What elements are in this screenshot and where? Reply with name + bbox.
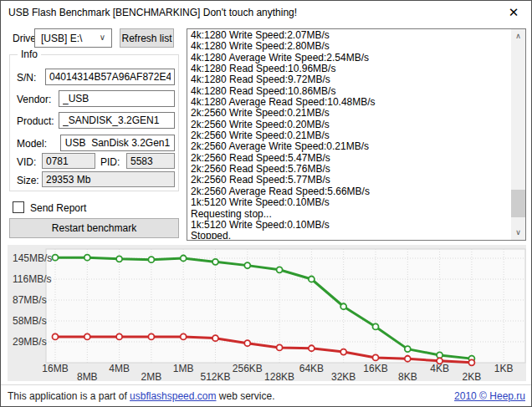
- benchmark-chart: 29MB/s58MB/s87MB/s116MB/s145MB/s16MB8MB4…: [8, 245, 526, 381]
- vendor-label: Vendor:: [17, 94, 51, 105]
- data-point: [181, 256, 187, 262]
- log-line: 2k:2560 Read Speed:5.77MB/s: [191, 175, 510, 186]
- log-scrollbar[interactable]: ∧ ∨: [511, 29, 525, 240]
- data-point: [116, 256, 122, 262]
- log-line: 4k:1280 Average Read Speed:10.48MB/s: [191, 97, 510, 108]
- x-axis-tick-label: 64KB: [299, 363, 324, 374]
- x-axis-tick-label: 16KB: [363, 363, 387, 374]
- log-line: 2k:2560 Write Speed:0.20MB/s: [191, 120, 510, 130]
- x-axis-tick-label: 4KB: [430, 363, 449, 374]
- data-point: [340, 303, 346, 309]
- data-point: [181, 333, 187, 339]
- x-axis-tick-label: 8KB: [398, 371, 417, 381]
- log-line: 1k:5120 Write Speed:0.10MB/s: [191, 220, 510, 231]
- status-bar: This application is a part of usbflashsp…: [1, 384, 531, 407]
- close-button[interactable]: ✕: [501, 2, 526, 23]
- log-line: 2k:2560 Average Write Speed:0.21MB/s: [191, 141, 510, 152]
- vid-field: [42, 153, 95, 169]
- data-point: [244, 262, 250, 268]
- vid-label: VID:: [17, 156, 36, 168]
- x-axis-tick-label: 1KB: [494, 363, 514, 374]
- data-point: [53, 333, 59, 339]
- pid-label: PID:: [100, 156, 120, 168]
- size-field: [42, 171, 175, 187]
- y-axis-tick-label: 145MB/s: [13, 252, 52, 264]
- log-line: 4k:1280 Write Speed:2.80MB/s: [191, 41, 510, 52]
- footer-text-prefix: This application is a part of: [8, 390, 130, 402]
- product-label: Product:: [17, 115, 54, 127]
- chevron-down-icon: ∨: [100, 33, 105, 42]
- info-group-title: Info: [18, 48, 41, 60]
- x-axis-tick-label: 256KB: [233, 363, 263, 374]
- scrollbar-thumb[interactable]: [511, 190, 525, 217]
- log-lines: 4k:1280 Write Speed:2.07MB/s4k:1280 Writ…: [191, 30, 510, 239]
- data-point: [405, 346, 411, 352]
- drive-select[interactable]: [USB] E:\ ∨: [34, 28, 112, 48]
- data-point: [212, 335, 218, 341]
- data-point: [277, 267, 283, 272]
- data-point: [340, 349, 346, 355]
- sn-field[interactable]: [45, 69, 175, 85]
- x-axis-tick-label: 1MB: [173, 363, 194, 374]
- model-label: Model:: [17, 138, 47, 150]
- log-line: 4k:1280 Average Write Speed:2.54MB/s: [191, 53, 510, 64]
- data-point: [373, 323, 379, 329]
- data-point: [405, 356, 411, 362]
- size-label: Size:: [17, 175, 39, 186]
- refresh-list-button[interactable]: Refresh list: [120, 28, 174, 48]
- data-point: [468, 359, 474, 365]
- copyright-link[interactable]: 2010 © Heep.ru: [454, 390, 525, 402]
- usbflashspeed-link[interactable]: usbflashspeed.com: [130, 390, 216, 402]
- log-line: 2k:2560 Write Speed:0.21MB/s: [191, 130, 510, 141]
- window-title: USB Flash Benchmark [BENCHMARKING] Don't…: [8, 7, 297, 18]
- sn-label: S/N:: [17, 72, 36, 84]
- y-axis-tick-label: 87MB/s: [13, 294, 47, 306]
- chart-svg: 29MB/s58MB/s87MB/s116MB/s145MB/s16MB8MB4…: [8, 245, 526, 381]
- data-point: [244, 340, 250, 346]
- data-point: [148, 333, 154, 339]
- x-axis-tick-label: 2KB: [463, 371, 482, 381]
- x-axis-tick-label: 4MB: [109, 363, 130, 374]
- scroll-down-icon[interactable]: ∨: [511, 226, 525, 240]
- x-axis-tick-label: 8MB: [77, 371, 98, 381]
- data-point: [373, 354, 379, 360]
- pid-field: [126, 153, 175, 169]
- title-bar: USB Flash Benchmark [BENCHMARKING] Don't…: [1, 1, 531, 24]
- log-line: 2k:2560 Write Speed:0.21MB/s: [191, 108, 510, 119]
- log-line: 4k:1280 Read Speed:9.72MB/s: [191, 74, 510, 85]
- benchmark-log[interactable]: 4k:1280 Write Speed:2.07MB/s4k:1280 Writ…: [187, 28, 526, 241]
- vendor-field[interactable]: [59, 90, 175, 107]
- log-line: Stopped.: [191, 231, 510, 239]
- scroll-up-icon[interactable]: ∧: [511, 29, 525, 43]
- data-point: [148, 257, 154, 262]
- data-point: [309, 345, 315, 351]
- product-field[interactable]: [59, 112, 175, 129]
- log-line: 1k:5120 Write Speed:0.10MB/s: [191, 197, 510, 208]
- footer-text: This application is a part of usbflashsp…: [8, 390, 275, 402]
- log-line: 2k:2560 Read Speed:5.47MB/s: [191, 153, 510, 164]
- data-point: [309, 277, 315, 282]
- drive-value: [USB] E:\: [41, 33, 82, 44]
- send-report-checkbox[interactable]: [13, 201, 24, 213]
- model-field[interactable]: [60, 135, 175, 151]
- footer-text-suffix: web service.: [216, 390, 274, 402]
- log-line: 4k:1280 Read Speed:10.96MB/s: [191, 64, 510, 74]
- data-point: [277, 344, 283, 350]
- restart-benchmark-button[interactable]: Restart benchmark: [9, 218, 179, 238]
- y-axis-tick-label: 58MB/s: [13, 315, 47, 327]
- x-axis-tick-label: 32KB: [331, 371, 356, 381]
- log-line: 2k:2560 Average Read Speed:5.66MB/s: [191, 186, 510, 197]
- y-axis-tick-label: 116MB/s: [13, 273, 51, 285]
- data-point: [84, 333, 90, 339]
- send-report-label: Send Report: [30, 202, 86, 214]
- data-point: [84, 255, 90, 261]
- app-window: { "window": { "title": "USB Flash Benchm…: [0, 0, 532, 407]
- data-point: [116, 333, 122, 339]
- log-line: 4k:1280 Write Speed:2.07MB/s: [191, 30, 510, 41]
- x-axis-tick-label: 16MB: [42, 363, 68, 374]
- data-point: [53, 255, 59, 261]
- log-line: 4k:1280 Read Speed:10.86MB/s: [191, 86, 510, 97]
- x-axis-tick-label: 2MB: [141, 371, 162, 381]
- info-group: Info S/N: Vendor: Product: Model: VID: P…: [9, 54, 179, 191]
- y-axis-tick-label: 29MB/s: [13, 336, 47, 348]
